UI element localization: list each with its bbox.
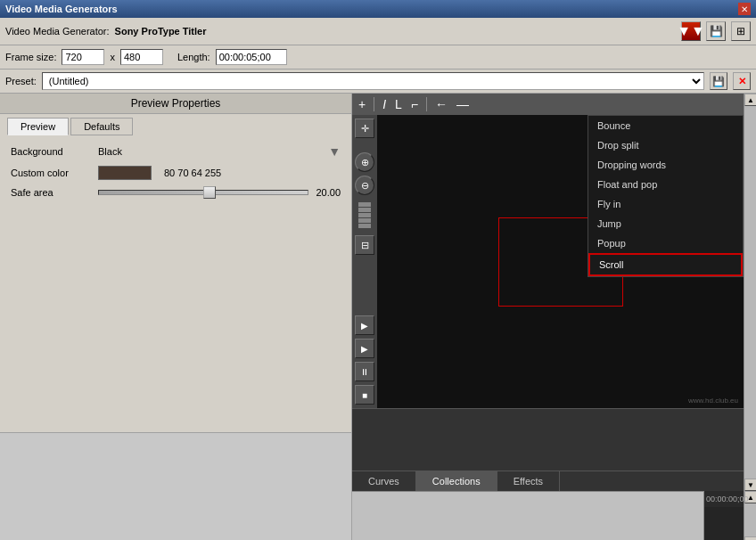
strip-item-3 (358, 213, 371, 217)
frame-width-input[interactable] (62, 49, 104, 65)
menu-item-bounce[interactable]: Bounce (588, 116, 743, 135)
safe-area-row: Safe area 20.00 (11, 187, 341, 198)
timeline-ruler: 00:00:00;00 |00:00:01;00 |00:00:02;00 |0… (704, 491, 744, 507)
tab-effects[interactable]: Effects (497, 471, 560, 491)
ctrl-plus-circle[interactable]: ⊕ (355, 152, 374, 172)
safe-area-slider-track[interactable] (98, 190, 308, 195)
menu-item-drop-split[interactable]: Drop split (588, 135, 743, 155)
ctrl-pause[interactable]: ⏸ (355, 362, 374, 381)
content-area: Preview Properties Preview Defaults Back… (0, 94, 756, 540)
canvas-area: Bounce Drop split Dropping words Float a… (377, 115, 744, 408)
timeline-left-panel (0, 433, 351, 540)
timeline-row: 00:00:00;00 |00:00:01;00 |00:00:02;00 |0… (352, 491, 756, 540)
strip-item-5 (358, 224, 371, 228)
preset-save-btn[interactable]: 💾 (710, 72, 727, 90)
safe-area-slider-thumb[interactable] (203, 186, 216, 199)
length-label: Length: (177, 52, 210, 62)
ctrl-stop[interactable]: ■ (355, 385, 374, 405)
main-window: Video Media Generator: Sony ProType Titl… (0, 18, 756, 540)
menu-item-scroll[interactable]: Scroll (588, 253, 743, 276)
right-panel: + I L ⌐ ← — ✛ (352, 94, 744, 491)
custom-color-row: Custom color 80 70 64 255 (11, 166, 341, 180)
top-toolbar: Video Media Generator: Sony ProType Titl… (0, 18, 756, 45)
second-toolbar: Frame size: x Length: (0, 45, 756, 70)
watermark: www.hd.club.eu (688, 397, 738, 405)
generator-name: Sony ProType Titler (115, 26, 207, 37)
scroll-up-arrow[interactable]: ▲ (744, 94, 756, 106)
tab-preview[interactable]: Preview (7, 118, 69, 135)
timeline-right: 00:00:00;00 |00:00:01;00 |00:00:02;00 |0… (704, 491, 744, 540)
toolbar-divider-1 (374, 97, 374, 111)
length-input[interactable] (216, 49, 287, 65)
prev-btn-l[interactable]: L (392, 97, 405, 111)
scroll-track[interactable] (744, 106, 756, 479)
tabs-container: Preview Defaults (0, 114, 351, 135)
ctrl-play2[interactable]: ▶ (355, 339, 374, 358)
preset-close-btn[interactable]: ✕ (733, 72, 751, 90)
timeline-scroll-down[interactable]: ▼ (744, 536, 756, 540)
prev-btn-i[interactable]: I (380, 97, 389, 111)
panel-title: Preview Properties (131, 97, 221, 110)
window-title: Video Media Generators (5, 4, 118, 14)
ruler-mark-0: 00:00:00;00 (706, 495, 749, 503)
right-section: + I L ⌐ ← — ✛ (352, 94, 756, 540)
background-dropdown-icon[interactable]: ▼ (328, 144, 341, 159)
menu-item-float-pop[interactable]: Float and pop (588, 175, 743, 194)
safe-area-value: 20.00 (314, 187, 341, 198)
background-label: Background (11, 146, 91, 157)
strip-item-2 (358, 208, 371, 212)
tab-curves[interactable]: Curves (352, 471, 416, 491)
title-bar: Video Media Generators ✕ (0, 0, 756, 18)
sub-preview-area (352, 408, 744, 470)
right-scrollbar: ▲ ▼ (744, 94, 756, 491)
generator-label: Video Media Generator: (5, 26, 110, 37)
scroll-down-arrow[interactable]: ▼ (744, 479, 756, 491)
safe-area-slider-container: 20.00 (98, 187, 341, 198)
icon-btn-2[interactable]: 💾 (706, 21, 726, 41)
dropdown-menu: Bounce Drop split Dropping words Float a… (588, 115, 744, 277)
timeline-content (704, 507, 744, 540)
left-panel-top: Preview Properties Preview Defaults Back… (0, 94, 351, 433)
ctrl-play[interactable]: ▶ (355, 315, 374, 335)
form-area: Background Black ▼ Custom color 80 70 64… (0, 135, 351, 207)
bottom-tabs: Curves Collections Effects (352, 470, 744, 491)
menu-item-jump[interactable]: Jump (588, 214, 743, 233)
custom-color-label: Custom color (11, 168, 91, 178)
preview-area: ✛ ⊕ ⊖ ⊟ (352, 115, 744, 408)
ctrl-minus-sq[interactable]: ⊟ (355, 235, 374, 255)
prev-btn-arrow[interactable]: ← (432, 97, 450, 111)
icon-btn-1[interactable]: ▼▼ (681, 21, 701, 41)
frame-x-separator: x (110, 52, 115, 62)
menu-item-dropping-words[interactable]: Dropping words (588, 155, 743, 175)
background-value: Black (98, 146, 122, 157)
tab-collections[interactable]: Collections (416, 471, 497, 491)
toolbar-divider-2 (426, 97, 427, 111)
timeline-left (352, 491, 704, 540)
preview-toolbar: + I L ⌐ ← — (352, 94, 744, 115)
icon-btn-3[interactable]: ⊞ (731, 21, 751, 41)
menu-item-fly-in[interactable]: Fly in (588, 194, 743, 214)
timeline-scroll-track[interactable] (744, 503, 756, 536)
right-main: + I L ⌐ ← — ✛ (352, 94, 756, 491)
prev-btn-plus[interactable]: + (356, 97, 368, 111)
close-button[interactable]: ✕ (738, 3, 751, 15)
strip-item-4 (358, 218, 371, 223)
left-panel: Preview Properties Preview Defaults Back… (0, 94, 352, 540)
menu-item-popup[interactable]: Popup (588, 233, 743, 253)
custom-color-values: 80 70 64 255 (164, 168, 221, 178)
ctrl-crosshair[interactable]: ✛ (355, 119, 374, 138)
ctrl-minus-circle[interactable]: ⊖ (355, 176, 374, 195)
preset-label: Preset: (5, 76, 37, 86)
prev-btn-corner[interactable]: ⌐ (408, 97, 421, 111)
prev-btn-dash[interactable]: — (454, 97, 472, 111)
frame-size-label: Frame size: (5, 52, 56, 62)
color-swatch[interactable] (98, 166, 152, 180)
background-row: Background Black ▼ (11, 144, 341, 159)
panel-header: Preview Properties (0, 94, 351, 114)
strip-item-1 (358, 202, 371, 207)
preset-select[interactable]: (Untitled) (42, 72, 704, 90)
left-controls: ✛ ⊕ ⊖ ⊟ (352, 115, 377, 408)
tab-defaults[interactable]: Defaults (70, 118, 133, 135)
preset-bar: Preset: (Untitled) 💾 ✕ (0, 70, 756, 94)
frame-height-input[interactable] (120, 49, 163, 65)
